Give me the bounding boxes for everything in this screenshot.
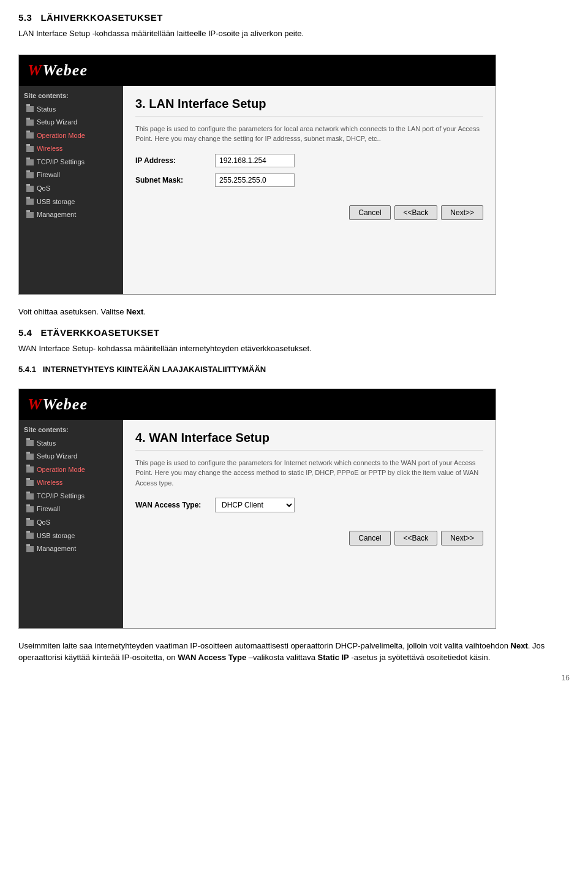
main-content-wan: 4. WAN Interface Setup This page is used… <box>123 420 496 628</box>
next-bold-wan: Next <box>511 641 528 650</box>
page-content: 5.3 LÄHIVERKKOASETUKSET LAN Interface Se… <box>0 0 588 694</box>
wan-access-type-bold: WAN Access Type <box>178 653 246 662</box>
lan-next-button[interactable]: Next>> <box>441 205 483 220</box>
section-53-outro: Voit ohittaa asetuksen. Valitse Next. <box>18 306 570 318</box>
sidebar-item-management-wan[interactable]: Management <box>24 542 118 556</box>
folder-icon-opmode-lan <box>26 132 34 139</box>
sidebar-item-tcpip-lan[interactable]: TCP/IP Settings <box>24 156 118 169</box>
lan-subnet-value: 255.255.255.0 <box>215 173 295 187</box>
sidebar-item-operation-mode-lan[interactable]: Operation Mode <box>24 129 118 143</box>
lan-ip-row: IP Address: 192.168.1.254 <box>135 154 483 167</box>
sidebar-item-operation-mode-wan[interactable]: Operation Mode <box>24 463 118 477</box>
folder-icon-qos-wan <box>26 520 34 526</box>
folder-icon-tcpip-lan <box>26 159 34 165</box>
section-54-outro: Useimmiten laite saa internetyhteyden va… <box>18 640 570 664</box>
lan-subnet-label: Subnet Mask: <box>135 176 215 184</box>
wan-next-button[interactable]: Next>> <box>441 531 483 545</box>
lan-main-title: 3. LAN Interface Setup <box>135 97 483 116</box>
folder-icon-firewall-lan <box>26 172 34 178</box>
sidebar-item-wireless-lan[interactable]: Wireless <box>24 142 118 156</box>
section-53-number: 5.3 <box>18 12 32 23</box>
folder-icon-usb-wan <box>26 533 34 539</box>
site-contents-label-lan: Site contents: <box>24 92 118 99</box>
section-54-heading: 5.4 ETÄVERKKOASETUKSET <box>18 327 570 338</box>
section-54-title: ETÄVERKKOASETUKSET <box>40 327 159 338</box>
sidebar-item-status-lan[interactable]: Status <box>24 103 118 116</box>
wan-back-button[interactable]: <<Back <box>394 531 438 545</box>
folder-icon-firewall-wan <box>26 506 34 512</box>
folder-icon-usb-lan <box>26 199 34 205</box>
wan-access-type-select[interactable]: DHCP Client <box>215 498 295 512</box>
lan-subnet-row: Subnet Mask: 255.255.255.0 <box>135 173 483 187</box>
sidebar-item-firewall-lan[interactable]: Firewall <box>24 169 118 182</box>
folder-icon-mgmt-lan <box>26 212 34 218</box>
wan-main-title: 4. WAN Interface Setup <box>135 431 483 450</box>
folder-icon-tcpip-wan <box>26 493 34 500</box>
router-header-lan: WWebee <box>19 55 496 86</box>
site-contents-label-wan: Site contents: <box>24 426 118 433</box>
lan-back-button[interactable]: <<Back <box>394 205 438 220</box>
sidebar-item-management-lan[interactable]: Management <box>24 208 118 222</box>
sidebar-item-setup-wizard-wan[interactable]: Setup Wizard <box>24 450 118 463</box>
sidebar-item-status-wan[interactable]: Status <box>24 437 118 450</box>
router-body-lan: Site contents: Status Setup Wizard Opera… <box>19 86 496 294</box>
sidebar-item-usb-lan[interactable]: USB storage <box>24 196 118 209</box>
folder-icon-status-wan <box>26 440 34 446</box>
page-number: 16 <box>18 674 570 682</box>
main-content-lan: 3. LAN Interface Setup This page is used… <box>123 86 496 294</box>
router-body-wan: Site contents: Status Setup Wizard Opera… <box>19 420 496 628</box>
router-logo-wan: WWebee <box>28 395 88 414</box>
folder-icon-setup-wan <box>26 454 34 460</box>
sidebar-item-tcpip-wan[interactable]: TCP/IP Settings <box>24 490 118 503</box>
folder-icon-qos-lan <box>26 186 34 192</box>
sidebar-item-wireless-wan[interactable]: Wireless <box>24 476 118 490</box>
wan-access-type-label: WAN Access Type: <box>135 501 215 509</box>
folder-icon-setup-lan <box>26 120 34 126</box>
wan-cancel-button[interactable]: Cancel <box>349 531 390 545</box>
section-53: 5.3 LÄHIVERKKOASETUKSET LAN Interface Se… <box>18 12 570 40</box>
wan-description: This page is used to configure the param… <box>135 458 483 488</box>
lan-button-row: Cancel <<Back Next>> <box>135 199 483 220</box>
sidebar-lan: Site contents: Status Setup Wizard Opera… <box>19 86 123 294</box>
section-54-number: 5.4 <box>18 327 32 338</box>
folder-icon-wireless-lan <box>26 146 34 152</box>
section-53-intro: LAN Interface Setup -kohdassa määritellä… <box>18 28 570 40</box>
section-53-heading: 5.3 LÄHIVERKKOASETUKSET <box>18 12 570 23</box>
lan-router-ui-box: WWebee Site contents: Status Setup Wizar… <box>18 55 496 295</box>
section-54-intro: WAN Interface Setup- kohdassa määritellä… <box>18 343 570 355</box>
folder-icon-opmode-wan <box>26 466 34 473</box>
wan-router-ui-box: WWebee Site contents: Status Setup Wizar… <box>18 389 496 629</box>
folder-icon-mgmt-wan <box>26 546 34 552</box>
lan-ip-value: 192.168.1.254 <box>215 154 295 167</box>
sidebar-item-setup-wizard-lan[interactable]: Setup Wizard <box>24 116 118 129</box>
router-header-wan: WWebee <box>19 389 496 420</box>
section-53-title: LÄHIVERKKOASETUKSET <box>40 12 163 23</box>
sidebar-item-qos-lan[interactable]: QoS <box>24 182 118 196</box>
lan-form-table: IP Address: 192.168.1.254 Subnet Mask: 2… <box>135 154 483 187</box>
sidebar-item-usb-wan[interactable]: USB storage <box>24 530 118 543</box>
lan-description: This page is used to configure the param… <box>135 124 483 144</box>
sidebar-item-qos-wan[interactable]: QoS <box>24 516 118 530</box>
static-ip-bold: Static IP <box>318 653 349 662</box>
sidebar-item-firewall-wan[interactable]: Firewall <box>24 503 118 516</box>
router-logo-lan: WWebee <box>28 61 88 80</box>
wan-access-type-row: WAN Access Type: DHCP Client <box>135 498 483 512</box>
wan-form-table: WAN Access Type: DHCP Client <box>135 498 483 512</box>
folder-icon-wireless-wan <box>26 480 34 486</box>
section-541-heading: 5.4.1 INTERNETYHTEYS KIINTEÄÄN LAAjAKAIS… <box>18 365 570 374</box>
wan-button-row: Cancel <<Back Next>> <box>135 525 483 545</box>
folder-icon-status-lan <box>26 106 34 112</box>
lan-cancel-button[interactable]: Cancel <box>349 205 390 220</box>
lan-ip-label: IP Address: <box>135 156 215 165</box>
sidebar-wan: Site contents: Status Setup Wizard Opera… <box>19 420 123 628</box>
section-54: 5.4 ETÄVERKKOASETUKSET WAN Interface Set… <box>18 327 570 374</box>
